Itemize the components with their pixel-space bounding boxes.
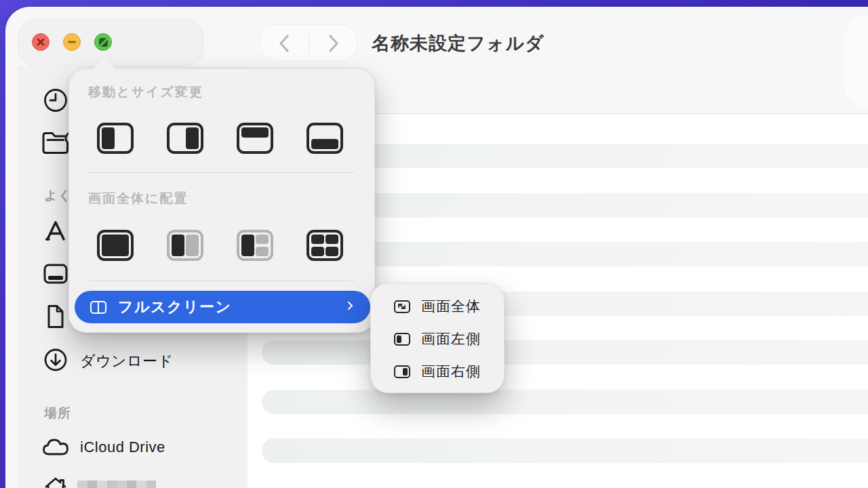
recents-clock-icon[interactable]	[43, 87, 68, 113]
minimize-button[interactable]	[63, 33, 81, 51]
submenu-chevron-icon	[344, 301, 353, 310]
list-row-stripe	[262, 390, 868, 414]
fullscreen-label: フルスクリーン	[118, 297, 232, 317]
menu-divider	[88, 172, 355, 173]
menu-item-fullscreen[interactable]: フルスクリーン	[75, 291, 370, 323]
tile-left-half-icon[interactable]	[97, 123, 134, 154]
submenu-label: 画面全体	[421, 297, 481, 316]
forward-button[interactable]	[309, 25, 358, 62]
tile-split-left-right-icon[interactable]	[167, 230, 203, 261]
minimize-icon	[67, 41, 77, 43]
close-icon	[37, 38, 45, 46]
half-left-icon	[394, 333, 410, 346]
icloud-icon[interactable]	[41, 436, 71, 458]
tile-top-half-icon[interactable]	[237, 123, 273, 154]
chevron-left-icon	[277, 33, 291, 54]
documents-icon[interactable]	[45, 304, 66, 329]
downloads-icon[interactable]	[43, 348, 68, 372]
move-resize-header: 移動とサイズ変更	[88, 83, 203, 101]
tile-four-quarters-icon[interactable]	[307, 230, 343, 261]
toolbar-field-ghost	[845, 16, 868, 107]
expand-diagonal-icon	[394, 300, 410, 313]
sidebar-item-downloads[interactable]: ダウンロード	[80, 351, 174, 371]
tile-right-half-icon[interactable]	[167, 123, 203, 154]
finder-window: 名称未設定フォルダ よく使う項目 ダウンロード 場所 iCloud Drive	[5, 7, 868, 488]
submenu-item-right-of-screen[interactable]: 画面右側	[371, 355, 504, 388]
chevron-right-icon	[327, 33, 340, 54]
submenu-label: 画面右側	[421, 362, 481, 381]
locations-section-header: 場所	[44, 405, 71, 422]
list-row-stripe	[262, 439, 868, 463]
zoom-button[interactable]	[94, 33, 112, 51]
fullscreen-zoom-icon	[99, 38, 108, 47]
menu-divider	[88, 281, 355, 281]
submenu-item-left-of-screen[interactable]: 画面左側	[371, 323, 504, 355]
fullscreen-split-icon	[90, 301, 106, 314]
half-right-icon	[394, 365, 410, 378]
close-button[interactable]	[32, 33, 50, 51]
window-tiling-menu: 移動とサイズ変更 画面全体に配置 フルスクリーン	[68, 68, 375, 333]
fill-arrange-header: 画面全体に配置	[88, 190, 188, 207]
sidebar-item-icloud-drive[interactable]: iCloud Drive	[80, 439, 165, 456]
list-row-stripe	[262, 340, 868, 365]
submenu-label: 画面左側	[421, 329, 481, 348]
home-icon[interactable]	[43, 476, 68, 488]
back-button[interactable]	[260, 25, 309, 62]
submenu-item-entire-screen[interactable]: 画面全体	[371, 290, 504, 323]
applications-icon[interactable]	[43, 219, 68, 243]
tile-fill-screen-icon[interactable]	[97, 230, 134, 261]
tile-bottom-half-icon[interactable]	[307, 123, 343, 154]
page-title: 名称未設定フォルダ	[372, 31, 545, 56]
nav-button-group	[259, 24, 358, 61]
fullscreen-submenu: 画面全体 画面左側 画面右側	[370, 283, 505, 393]
redacted-home-label[interactable]	[77, 481, 156, 488]
desktop-icon[interactable]	[43, 263, 68, 285]
tile-left-and-quarters-icon[interactable]	[237, 230, 273, 261]
